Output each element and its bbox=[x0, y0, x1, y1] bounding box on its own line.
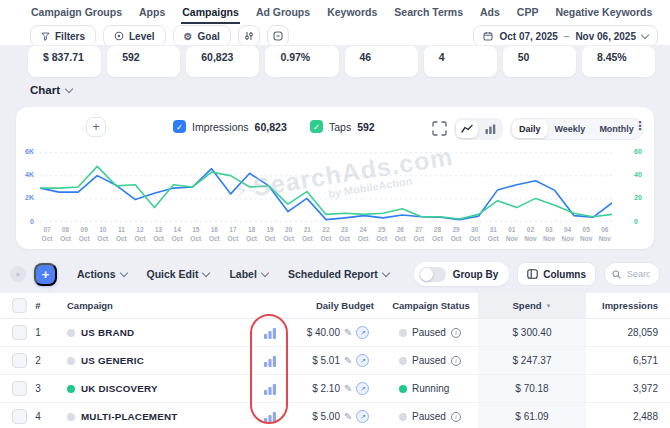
auto-budget-icon[interactable]: ↗ bbox=[356, 410, 369, 423]
create-campaign-button[interactable]: + bbox=[34, 263, 57, 286]
stat-card[interactable]: 46 bbox=[345, 46, 418, 77]
tab-negative-keywords[interactable]: Negative Keywords bbox=[554, 0, 653, 22]
info-icon[interactable]: i bbox=[451, 412, 461, 422]
edit-budget-icon[interactable]: ✎ bbox=[344, 355, 352, 366]
x-axis-tick: 06Nov bbox=[598, 226, 612, 244]
scheduled-report-dropdown[interactable]: Scheduled Report bbox=[288, 268, 389, 280]
stat-card[interactable]: 0.97% bbox=[265, 46, 338, 77]
x-axis-tick: 26Oct bbox=[393, 226, 407, 244]
campaign-chart-button[interactable] bbox=[261, 319, 279, 346]
search-input[interactable] bbox=[625, 268, 652, 280]
header-impressions[interactable]: Impressions bbox=[578, 293, 658, 318]
bar-chart-toggle[interactable] bbox=[479, 120, 501, 138]
x-tick-month: Oct bbox=[395, 235, 406, 242]
campaign-cell[interactable]: US BRAND bbox=[67, 319, 134, 346]
edit-budget-icon[interactable]: ✎ bbox=[344, 383, 352, 394]
columns-button[interactable]: Columns bbox=[517, 262, 596, 286]
taps-checkbox[interactable]: ✓ bbox=[310, 120, 323, 133]
chart-menu-kebab-icon[interactable]: ⋮ bbox=[634, 120, 646, 132]
select-all-checkbox[interactable] bbox=[12, 298, 27, 313]
info-icon[interactable]: i bbox=[451, 328, 461, 338]
stat-card[interactable]: 50 bbox=[503, 46, 576, 77]
group-by-toggle-wrap[interactable]: Group By bbox=[414, 262, 510, 286]
date-range-picker[interactable]: Oct 07, 2025 – Nov 06, 2025 bbox=[473, 25, 658, 47]
search-box[interactable] bbox=[604, 262, 660, 286]
granularity-daily[interactable]: Daily bbox=[512, 120, 548, 138]
edit-budget-icon[interactable]: ✎ bbox=[344, 327, 352, 338]
stat-card[interactable]: $ 837.71 bbox=[28, 46, 101, 77]
y-right-tick: 0 bbox=[634, 218, 650, 226]
tab-keywords[interactable]: Keywords bbox=[326, 0, 378, 22]
tab-cpp[interactable]: CPP bbox=[516, 0, 540, 22]
tab-ads[interactable]: Ads bbox=[479, 0, 501, 22]
legend-taps[interactable]: ✓ Taps 592 bbox=[310, 120, 375, 133]
campaign-cell[interactable]: MULTI-PLACEMENT bbox=[67, 403, 177, 428]
quick-edit-dropdown[interactable]: Quick Edit bbox=[147, 268, 210, 280]
header-campaign[interactable]: Campaign bbox=[67, 293, 113, 318]
top-nav: Campaign GroupsAppsCampaignsAd GroupsKey… bbox=[0, 0, 670, 23]
campaign-cell[interactable]: US GENERIC bbox=[67, 347, 144, 374]
x-tick-month: Nov bbox=[561, 235, 573, 242]
row-checkbox[interactable] bbox=[12, 381, 27, 396]
campaign-chart-button[interactable] bbox=[261, 347, 279, 374]
fullscreen-icon[interactable] bbox=[432, 121, 447, 136]
stat-card[interactable]: 60,823 bbox=[186, 46, 259, 77]
legend-impressions[interactable]: ✓ Impressions 60,823 bbox=[173, 120, 287, 133]
campaign-name[interactable]: MULTI-PLACEMENT bbox=[81, 411, 177, 422]
stat-value: 46 bbox=[360, 51, 372, 63]
x-tick-day: 23 bbox=[341, 226, 348, 233]
tab-campaign-groups[interactable]: Campaign Groups bbox=[30, 0, 123, 22]
table-row[interactable]: 3UK DISCOVERY$ 2.10✎↗Running$ 70.183,972 bbox=[0, 375, 670, 403]
stat-card[interactable]: 4 bbox=[424, 46, 497, 77]
impressions-checkbox[interactable]: ✓ bbox=[173, 120, 186, 133]
campaign-cell[interactable]: UK DISCOVERY bbox=[67, 375, 158, 402]
header-campaign-status[interactable]: Campaign Status bbox=[392, 293, 470, 318]
header-spend[interactable]: Spend ▼ bbox=[478, 293, 586, 318]
campaign-name[interactable]: UK DISCOVERY bbox=[81, 383, 158, 394]
x-tick-month: Oct bbox=[283, 235, 294, 242]
x-tick-month: Oct bbox=[209, 235, 220, 242]
x-axis-tick: 08Oct bbox=[59, 226, 73, 244]
stat-card[interactable]: 8.45% bbox=[582, 46, 655, 77]
row-checkbox[interactable] bbox=[12, 353, 27, 368]
chart-section-toggle[interactable]: Chart bbox=[30, 84, 72, 96]
auto-budget-icon[interactable]: ↗ bbox=[356, 382, 369, 395]
filters-button[interactable]: Filters bbox=[30, 25, 96, 47]
tab-campaigns[interactable]: Campaigns bbox=[181, 0, 240, 24]
info-icon[interactable]: i bbox=[451, 356, 461, 366]
impressions-label: Impressions bbox=[192, 121, 249, 133]
daily-budget-cell: $ 40.00✎↗ bbox=[298, 319, 369, 346]
table-row[interactable]: 4MULTI-PLACEMENT$ 5.00✎↗Pausedi$ 61.092,… bbox=[0, 403, 670, 428]
collapse-button[interactable] bbox=[267, 25, 289, 47]
level-button[interactable]: Level bbox=[103, 25, 166, 47]
table-row[interactable]: 2US GENERIC$ 5.01✎↗Pausedi$ 247.376,571 bbox=[0, 347, 670, 375]
actions-dropdown[interactable]: Actions bbox=[77, 268, 127, 280]
sliders-button[interactable] bbox=[238, 25, 260, 47]
stat-card[interactable]: 592 bbox=[107, 46, 180, 77]
row-checkbox[interactable] bbox=[12, 325, 27, 340]
campaign-name[interactable]: US BRAND bbox=[81, 327, 134, 338]
campaign-chart-button[interactable] bbox=[261, 403, 279, 428]
campaign-name[interactable]: US GENERIC bbox=[81, 355, 144, 366]
edit-budget-icon[interactable]: ✎ bbox=[344, 411, 352, 422]
header-daily-budget[interactable]: Daily Budget bbox=[300, 293, 390, 318]
collapsed-circle-icon[interactable]: ● bbox=[10, 266, 26, 282]
auto-budget-icon[interactable]: ↗ bbox=[356, 354, 369, 367]
granularity-weekly[interactable]: Weekly bbox=[548, 120, 593, 138]
line-chart-plot[interactable] bbox=[40, 152, 612, 222]
tab-ad-groups[interactable]: Ad Groups bbox=[255, 0, 311, 22]
tab-search-terms[interactable]: Search Terms bbox=[393, 0, 464, 22]
label-dropdown[interactable]: Label bbox=[229, 268, 267, 280]
group-by-toggle[interactable] bbox=[419, 267, 446, 282]
add-metric-button[interactable]: + bbox=[86, 117, 106, 137]
tab-apps[interactable]: Apps bbox=[138, 0, 166, 22]
x-tick-month: Oct bbox=[358, 235, 369, 242]
x-tick-month: Oct bbox=[42, 235, 53, 242]
row-checkbox[interactable] bbox=[12, 409, 27, 424]
goal-button[interactable]: ⚙ Goal bbox=[173, 25, 231, 47]
table-row[interactable]: 1US BRAND$ 40.00✎↗Pausedi$ 300.4028,059 bbox=[0, 319, 670, 347]
campaign-chart-button[interactable] bbox=[261, 375, 279, 402]
line-chart-toggle[interactable] bbox=[456, 120, 478, 138]
status-dot bbox=[399, 329, 407, 337]
auto-budget-icon[interactable]: ↗ bbox=[356, 326, 369, 339]
